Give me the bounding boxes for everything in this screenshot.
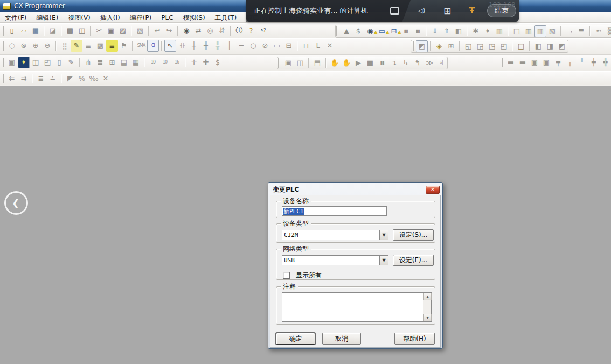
save-file-icon[interactable]: ▦ (30, 25, 41, 37)
io-comment-icon[interactable]: ▩ (94, 40, 106, 52)
export-symbol-icon[interactable]: ◲ (474, 40, 486, 52)
select-tool-icon[interactable]: ↖ (164, 40, 176, 52)
properties-icon[interactable]: ✎ (65, 57, 77, 68)
cut-icon[interactable]: ✂ (93, 25, 105, 37)
toolbar-drag-handle[interactable] (2, 74, 4, 83)
menu-item-insert[interactable]: 插入(I) (95, 12, 125, 23)
pause-monitor-icon[interactable]: ▮▮ (400, 25, 412, 37)
menu-item-program[interactable]: 编程(P) (125, 12, 157, 23)
chevron-down-icon[interactable]: ▼ (379, 230, 388, 240)
continuous-step-icon[interactable]: ≫ (423, 57, 435, 69)
rail-2-icon[interactable]: ╥ (564, 57, 576, 68)
output-window-icon[interactable]: ▤ (311, 57, 323, 69)
colored-list-icon[interactable]: ▤ (515, 40, 527, 52)
percent-1-icon[interactable]: % (76, 73, 88, 85)
contact-no-icon[interactable]: ┤├ (176, 40, 188, 52)
help-button[interactable]: 帮助(H) (394, 333, 435, 345)
menu-item-plc[interactable]: PLC (156, 12, 178, 23)
toolbar-drag-handle[interactable] (278, 58, 280, 68)
watch-window-icon[interactable]: ◫ (30, 57, 41, 68)
percent-2-icon[interactable]: ‰ (88, 73, 100, 85)
list-view-icon[interactable]: ≣ (35, 73, 47, 85)
copy-icon[interactable]: ▣ (105, 25, 117, 37)
coil-icon[interactable]: ○ (247, 40, 259, 52)
memory-view-sel-icon[interactable]: ▦ (534, 25, 546, 37)
menu-item-file[interactable]: 文件(F) (0, 12, 31, 23)
sim-pause-icon[interactable]: ▮▮ (376, 57, 388, 69)
auto-online-icon[interactable]: $ (352, 25, 364, 37)
network-2-icon[interactable]: ▬ (517, 57, 529, 68)
step-out-icon[interactable]: ↰ (412, 57, 423, 69)
window-left-icon[interactable]: ◧ (532, 40, 544, 52)
context-help-icon[interactable]: ↖? (257, 25, 269, 37)
scan-continuous-icon[interactable]: ✋ (341, 57, 352, 69)
contact-nc-icon[interactable]: ╪ (188, 40, 200, 52)
audio-icon[interactable]: ◁) (414, 5, 428, 17)
toolbar-drag-handle[interactable] (501, 58, 503, 67)
ok-button[interactable]: 确定 (276, 333, 315, 345)
zoom-in-icon[interactable]: ⊕ (30, 40, 41, 52)
rung-comment-icon[interactable]: ✎ (71, 40, 82, 52)
force-set-icon[interactable]: ✛ (188, 57, 200, 68)
split-rung-icon[interactable]: ⋔ (82, 57, 94, 68)
dialog-title-bar[interactable]: 变更PLC ✕ (270, 184, 441, 195)
sim-run-icon[interactable]: ▶ (352, 57, 364, 69)
io-memory-icon[interactable]: ▥ (523, 25, 534, 37)
print-icon[interactable]: ▤ (64, 25, 76, 37)
local-symbols-icon[interactable]: ⚑ (118, 40, 130, 52)
upload-icon[interactable]: ⇑ (441, 25, 453, 37)
cross-reference-icon[interactable]: CI (147, 40, 159, 52)
device-type-settings-button[interactable]: 设定(S)... (393, 229, 434, 241)
stacked-view-icon[interactable]: ◈ (433, 40, 445, 52)
simulator-online-icon[interactable]: ▭▲ (376, 25, 388, 37)
decimal-icon[interactable]: 10 (147, 57, 159, 68)
plc-memory-icon[interactable]: ▤ (511, 25, 523, 37)
comment-textarea[interactable]: ▲ ▼ (282, 292, 432, 322)
menu-item-tools[interactable]: 工具(T) (210, 12, 242, 23)
find-icon[interactable]: ◉ (180, 25, 192, 37)
paste-icon[interactable]: ▨ (117, 25, 129, 37)
time-chart-icon[interactable]: ≣ (575, 25, 587, 37)
work-online-icon[interactable]: ▲ (341, 25, 352, 37)
validate-symbol-icon[interactable]: ◳ (486, 40, 498, 52)
remove-symbol-icon[interactable]: ◰ (498, 40, 510, 52)
change-model-icon[interactable]: ⇵ (216, 25, 228, 37)
erase-tool-icon[interactable]: ✕ (324, 40, 336, 52)
differential-monitor-icon[interactable]: ¬ (564, 25, 575, 37)
force-reset-icon[interactable]: ✚ (200, 57, 212, 68)
comment-list-icon[interactable]: ≣ (82, 40, 94, 52)
outdent-icon[interactable]: ⇉ (18, 73, 30, 85)
signed-decimal-icon[interactable]: 10 (159, 57, 171, 68)
zoom-cancel-icon[interactable]: ⊗ (18, 40, 30, 52)
open-file-icon[interactable]: ▱ (18, 25, 30, 37)
edge-partial-icon[interactable]: ▒ (605, 25, 611, 37)
network-online-icon[interactable]: ⊟▲ (388, 25, 400, 37)
device-name-input[interactable]: 新PLC1 (282, 206, 387, 216)
or-contact-nc-icon[interactable]: ╬ (212, 40, 224, 52)
redo-icon[interactable]: ↪ (163, 25, 175, 37)
memory-grid-icon[interactable]: ▦ (130, 57, 142, 68)
value-set-icon[interactable]: $ (212, 57, 224, 68)
project-workspace-icon[interactable]: ▣ (6, 57, 18, 68)
new-file-icon[interactable]: ▯ (6, 25, 18, 37)
rail-1-icon[interactable]: ╤ (552, 57, 564, 68)
address-reference-icon[interactable]: ▯ (53, 57, 65, 68)
compile-check-icon[interactable]: ◪ (47, 25, 59, 37)
coil-closed-icon[interactable]: ⊘ (259, 40, 271, 52)
comment-scrollbar[interactable]: ▲ ▼ (423, 293, 431, 321)
differential-up-icon[interactable]: ◤ (64, 73, 76, 85)
instruction-2-icon[interactable]: ⊟ (283, 40, 295, 52)
import-symbol-icon[interactable]: ◱ (462, 40, 474, 52)
monitor-2-icon[interactable]: ✦ (482, 25, 494, 37)
step-in-icon[interactable]: ↳ (400, 57, 412, 69)
tile-windows-icon[interactable]: ◫ (294, 57, 306, 69)
rail-5-icon[interactable]: ╬ (600, 57, 611, 68)
undo-icon[interactable]: ↩ (151, 25, 163, 37)
label-tool-icon[interactable]: L (312, 40, 324, 52)
rail-4-icon[interactable]: ╪ (588, 57, 600, 68)
scroll-up-icon[interactable]: ▲ (423, 293, 432, 300)
ladder-view-icon[interactable]: ⊞ (106, 57, 118, 68)
toolbar-drag-handle[interactable] (412, 41, 414, 51)
mnemonic-list-icon[interactable]: ≣ (94, 57, 106, 68)
indent-icon[interactable]: ⇇ (6, 73, 18, 85)
